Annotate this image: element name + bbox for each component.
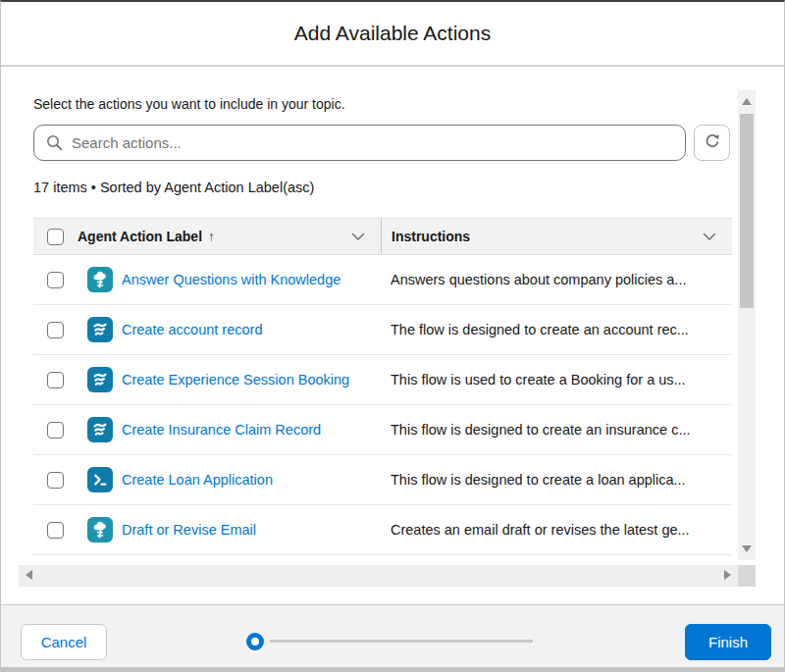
- chevron-down-icon[interactable]: [351, 229, 365, 244]
- table-row: Create Insurance Claim Record This flow …: [33, 405, 732, 455]
- terminal-prompt-icon: [87, 467, 113, 492]
- scroll-left-arrow-icon[interactable]: [26, 570, 32, 580]
- scroll-right-arrow-icon[interactable]: [724, 570, 731, 580]
- column-header-instructions[interactable]: Instructions: [381, 219, 732, 254]
- dialog-title: Add Available Actions: [294, 22, 491, 45]
- refresh-button[interactable]: [694, 125, 730, 161]
- scroll-down-arrow-icon[interactable]: [742, 545, 752, 552]
- row-instructions: This flow is designed to create an insur…: [381, 422, 732, 438]
- action-label-link[interactable]: Answer Questions with Knowledge: [122, 272, 340, 287]
- actions-table: Agent Action Label ↑ Instructions: [33, 218, 732, 555]
- vertical-scrollbar[interactable]: [738, 90, 756, 560]
- knowledge-cloud-icon: [87, 517, 113, 543]
- dialog-header: Add Available Actions: [1, 2, 784, 67]
- horizontal-scrollbar[interactable]: [19, 565, 738, 587]
- intro-text: Select the actions you want to include i…: [33, 96, 345, 112]
- table-row: Create Loan Application This flow is des…: [33, 455, 732, 505]
- action-label-link[interactable]: Draft or Revise Email: [122, 522, 256, 538]
- flow-icon: [87, 317, 113, 342]
- row-checkbox[interactable]: [47, 272, 64, 288]
- row-checkbox[interactable]: [47, 372, 64, 388]
- table-row: Create Experience Session Booking This f…: [33, 355, 732, 405]
- progress-step-indicator[interactable]: [246, 633, 264, 650]
- select-all-checkbox[interactable]: [47, 229, 64, 245]
- table-body: Answer Questions with Knowledge Answers …: [33, 255, 732, 555]
- chevron-down-icon[interactable]: [703, 229, 716, 244]
- row-checkbox[interactable]: [47, 322, 64, 338]
- row-instructions: Answers questions about company policies…: [381, 272, 732, 287]
- dialog-footer: Cancel Finish: [1, 604, 785, 668]
- finish-button[interactable]: Finish: [685, 624, 771, 660]
- flow-icon: [87, 417, 113, 442]
- row-checkbox[interactable]: [47, 472, 64, 489]
- scroll-up-arrow-icon[interactable]: [742, 98, 752, 105]
- row-instructions: This flow is designed to create a loan a…: [381, 472, 732, 488]
- action-label-link[interactable]: Create account record: [122, 322, 262, 337]
- search-container: [33, 125, 686, 161]
- action-label-link[interactable]: Create Experience Session Booking: [122, 372, 349, 388]
- modal-bottom-edge: [0, 668, 785, 672]
- item-count-text: 17 items • Sorted by Agent Action Label(…: [33, 180, 314, 195]
- table-row: Draft or Revise Email Creates an email d…: [33, 505, 732, 555]
- scrollbar-corner: [738, 565, 756, 587]
- row-instructions: The flow is designed to create an accoun…: [381, 322, 732, 337]
- add-available-actions-dialog: Add Available Actions Select the actions…: [0, 0, 785, 672]
- vertical-scrollbar-thumb[interactable]: [740, 114, 754, 308]
- action-label-link[interactable]: Create Insurance Claim Record: [122, 422, 321, 438]
- modal-container: Add Available Actions Select the actions…: [0, 0, 785, 668]
- table-header-row: Agent Action Label ↑ Instructions: [33, 218, 732, 255]
- table-row: Create account record The flow is design…: [33, 305, 732, 355]
- knowledge-cloud-icon: [87, 267, 113, 292]
- search-input[interactable]: [33, 125, 686, 161]
- column-header-agent-action-label[interactable]: Agent Action Label ↑: [78, 219, 381, 254]
- action-label-link[interactable]: Create Loan Application: [122, 472, 273, 488]
- row-instructions: Creates an email draft or revises the la…: [381, 522, 732, 538]
- refresh-icon: [704, 132, 721, 154]
- progress-track: [270, 640, 533, 643]
- sort-ascending-icon: ↑: [208, 229, 215, 244]
- row-instructions: This flow is used to create a Booking fo…: [381, 372, 732, 388]
- cancel-button[interactable]: Cancel: [21, 624, 107, 660]
- table-row: Answer Questions with Knowledge Answers …: [33, 255, 732, 305]
- flow-icon: [87, 367, 113, 392]
- row-checkbox[interactable]: [47, 422, 64, 439]
- row-checkbox[interactable]: [47, 522, 64, 539]
